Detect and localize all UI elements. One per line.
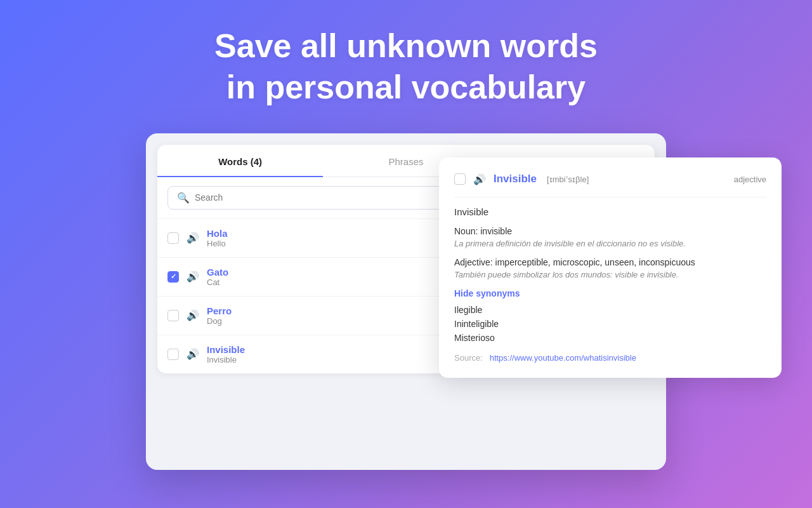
source-label: Source:: [454, 353, 483, 363]
detail-noun-def: Noun: invisible: [454, 226, 766, 236]
checkbox-hola[interactable]: [167, 232, 179, 244]
search-icon: 🔍: [177, 192, 190, 204]
speaker-icon[interactable]: 🔊: [187, 309, 199, 321]
checkbox-gato[interactable]: [167, 271, 179, 283]
detail-type: adjective: [734, 175, 766, 184]
detail-header: 🔊 Invisible [ɪmbiˈsɪβle] adjective: [454, 173, 766, 185]
detail-speaker-icon[interactable]: 🔊: [473, 173, 486, 185]
checkbox-invisible[interactable]: [167, 349, 179, 360]
speaker-icon[interactable]: 🔊: [187, 348, 199, 360]
hero-title: Save all unknown words in personal vocab…: [214, 25, 598, 108]
detail-phonetic: [ɪmbiˈsɪβle]: [547, 175, 589, 184]
divider: [454, 197, 766, 197]
detail-adj-example: También puede simbolizar los dos mundos:…: [454, 270, 766, 279]
detail-checkbox[interactable]: [454, 173, 466, 185]
source-line: Source: https://www.youtube.com/whatisin…: [454, 353, 766, 363]
synonym-item: Ininteligible: [454, 319, 766, 329]
checkbox-perro[interactable]: [167, 310, 179, 321]
tab-words[interactable]: Words (4): [157, 145, 323, 177]
detail-adj-def: Adjective: imperceptible, microscopic, u…: [454, 257, 766, 267]
synonym-item: Misterioso: [454, 333, 766, 343]
detail-translation: Invisible: [454, 206, 766, 217]
synonyms-toggle[interactable]: Hide synonyms: [454, 288, 766, 298]
app-container: Words (4) Phrases Sets 🔍 New first ▾ 20 …: [146, 133, 666, 470]
speaker-icon[interactable]: 🔊: [187, 232, 199, 244]
detail-noun-example: La primera definición de invisible en el…: [454, 239, 766, 248]
detail-panel: 🔊 Invisible [ɪmbiˈsɪβle] adjective Invis…: [439, 157, 782, 378]
main-panel: Words (4) Phrases Sets 🔍 New first ▾ 20 …: [157, 145, 655, 373]
speaker-icon[interactable]: 🔊: [187, 271, 199, 283]
synonym-item: Ilegible: [454, 305, 766, 315]
detail-word: Invisible: [494, 173, 537, 185]
source-link[interactable]: https://www.youtube.com/whatisinvisible: [490, 353, 636, 363]
